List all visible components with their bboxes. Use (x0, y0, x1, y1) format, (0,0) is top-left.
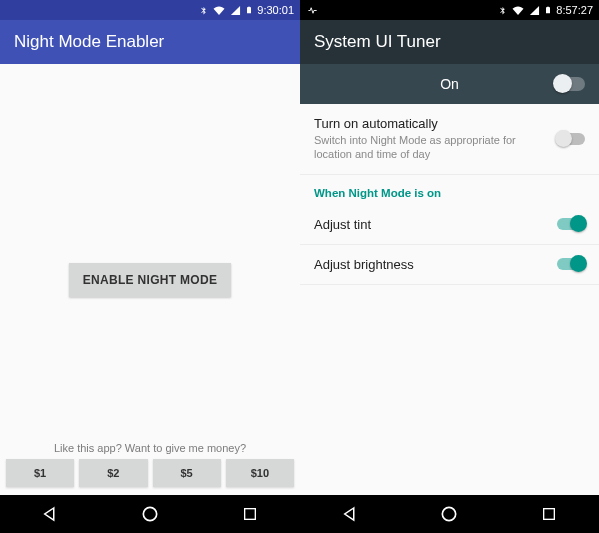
donate-prompt: Like this app? Want to give me money? (6, 442, 294, 454)
app-title: Night Mode Enabler (14, 32, 164, 52)
bluetooth-icon (199, 4, 208, 16)
heart-rate-icon (306, 5, 320, 16)
svg-point-0 (143, 507, 156, 520)
setting-auto-subtitle: Switch into Night Mode as appropriate fo… (314, 133, 545, 162)
screen-system-ui-tuner: 8:57:27 System UI Tuner On Turn on autom… (300, 0, 599, 533)
nav-recent-button[interactable] (239, 503, 261, 525)
setting-tint-toggle[interactable] (557, 218, 585, 230)
donate-5-button[interactable]: $5 (153, 459, 221, 487)
setting-brightness-toggle[interactable] (557, 258, 585, 270)
screen-night-mode-enabler: 9:30:01 Night Mode Enabler ENABLE NIGHT … (0, 0, 300, 533)
svg-rect-1 (245, 509, 256, 520)
status-time: 9:30:01 (257, 4, 294, 16)
donate-1-button[interactable]: $1 (6, 459, 74, 487)
battery-icon (245, 4, 253, 16)
status-time: 8:57:27 (556, 4, 593, 16)
navigation-bar (300, 495, 599, 533)
setting-auto-title: Turn on automatically (314, 116, 545, 131)
wifi-icon (212, 5, 226, 16)
app-bar: Night Mode Enabler (0, 20, 300, 64)
nav-recent-button[interactable] (538, 503, 560, 525)
app-title: System UI Tuner (314, 32, 441, 52)
donate-2-button[interactable]: $2 (79, 459, 147, 487)
setting-auto-toggle[interactable] (557, 133, 585, 145)
navigation-bar (0, 495, 300, 533)
nav-back-button[interactable] (39, 503, 61, 525)
battery-icon (544, 4, 552, 16)
app-bar: System UI Tuner (300, 20, 599, 64)
settings-list: Turn on automatically Switch into Night … (300, 104, 599, 495)
master-switch-toggle[interactable] (555, 77, 585, 91)
setting-tint-title: Adjust tint (314, 217, 545, 232)
enable-night-mode-button[interactable]: ENABLE NIGHT MODE (69, 263, 231, 297)
bluetooth-icon (498, 4, 507, 16)
section-header: When Night Mode is on (300, 175, 599, 205)
wifi-icon (511, 5, 525, 16)
status-bar: 8:57:27 (300, 0, 599, 20)
setting-brightness-row[interactable]: Adjust brightness (300, 245, 599, 285)
cell-signal-icon (230, 5, 241, 16)
donate-buttons-row: $1 $2 $5 $10 (6, 459, 294, 487)
nav-home-button[interactable] (438, 503, 460, 525)
setting-tint-row[interactable]: Adjust tint (300, 205, 599, 245)
svg-point-2 (443, 507, 456, 520)
cell-signal-icon (529, 5, 540, 16)
master-switch-row[interactable]: On (300, 64, 599, 104)
setting-auto-row[interactable]: Turn on automatically Switch into Night … (300, 104, 599, 175)
nav-back-button[interactable] (339, 503, 361, 525)
main-content: ENABLE NIGHT MODE Like this app? Want to… (0, 64, 300, 495)
donate-10-button[interactable]: $10 (226, 459, 294, 487)
donate-section: Like this app? Want to give me money? $1… (0, 436, 300, 495)
nav-home-button[interactable] (139, 503, 161, 525)
status-bar: 9:30:01 (0, 0, 300, 20)
setting-brightness-title: Adjust brightness (314, 257, 545, 272)
svg-rect-3 (544, 509, 555, 520)
master-switch-label: On (314, 76, 555, 92)
